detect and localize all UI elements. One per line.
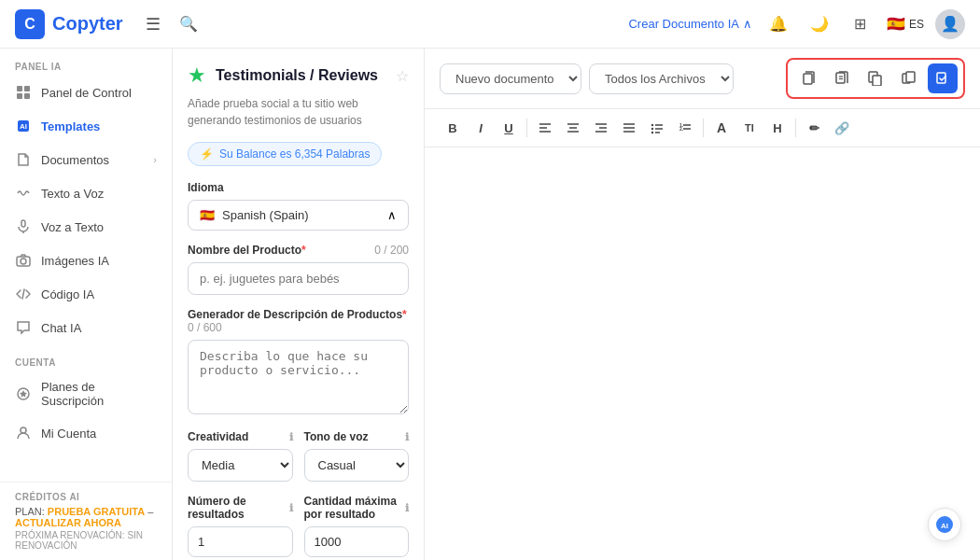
numero-group: Número de resultados ℹ xyxy=(188,495,293,557)
copy-multi-button[interactable] xyxy=(894,63,924,93)
numero-label-text: Número de resultados xyxy=(188,495,289,521)
sidebar-item-mi-cuenta[interactable]: Mi Cuenta xyxy=(0,416,172,450)
nombre-count: 0 / 200 xyxy=(374,244,409,257)
template-header: ★ Testimonials / Reviews ☆ xyxy=(188,63,409,88)
align-center-button[interactable] xyxy=(560,115,586,141)
sidebar-item-voz-a-texto[interactable]: Voz a Texto xyxy=(0,210,172,244)
files-dropdown[interactable]: Todos los Archivos xyxy=(589,63,734,94)
search-icon[interactable]: 🔍 xyxy=(175,11,202,36)
numero-input[interactable] xyxy=(188,526,293,557)
fullscreen-icon[interactable]: ⊞ xyxy=(846,9,875,39)
svg-point-33 xyxy=(651,124,653,126)
sidebar-item-templates[interactable]: AI Templates xyxy=(0,109,172,143)
font-size-button[interactable]: TI xyxy=(736,115,763,141)
cantidad-label-text: Cantidad máxima por resultado xyxy=(304,495,406,521)
logo-icon: C xyxy=(15,9,45,39)
svg-rect-17 xyxy=(873,76,881,86)
chevron-up-icon: ∧ xyxy=(387,208,397,222)
bold-button[interactable]: B xyxy=(440,115,466,141)
crear-documento-button[interactable]: Crear Documento IA ∧ xyxy=(628,17,752,31)
align-right-button[interactable] xyxy=(588,115,614,141)
toolbar-divider-2 xyxy=(703,119,704,137)
plan-free-link[interactable]: PRUEBA GRATUITA xyxy=(48,506,145,517)
documentos-label: Documentos xyxy=(41,153,144,167)
lang-selector[interactable]: 🇪🇸 Spanish (Spain) ∧ xyxy=(188,200,409,231)
favorite-icon[interactable]: ☆ xyxy=(396,67,409,85)
code-icon xyxy=(15,286,32,302)
flag-icon: 🇪🇸 xyxy=(887,15,905,33)
sidebar-item-documentos[interactable]: Documentos › xyxy=(0,143,172,176)
pen-button[interactable]: ✏ xyxy=(801,115,827,141)
formatting-toolbar: B I U 1.2. xyxy=(425,109,980,147)
lang-code: ES xyxy=(909,18,924,31)
language-selector[interactable]: 🇪🇸 ES xyxy=(887,15,924,33)
topnav: C Copyter ☰ 🔍 Crear Documento IA ∧ 🔔 🌙 ⊞… xyxy=(0,0,980,49)
tono-info-icon: ℹ xyxy=(405,431,409,443)
cuenta-label: CUENTA xyxy=(0,344,172,371)
generador-count: 0 / 600 xyxy=(188,321,222,334)
templates-label: Templates xyxy=(41,119,157,133)
documento-dropdown[interactable]: Nuevo documento xyxy=(440,63,581,94)
main-layout: PANEL IA Panel de Control AI Templates D… xyxy=(0,49,980,560)
ai-icon: AI xyxy=(15,118,32,134)
justify-button[interactable] xyxy=(616,115,642,141)
lightning-icon: ⚡ xyxy=(200,147,214,161)
copy-doc-button[interactable] xyxy=(827,63,857,93)
cantidad-input[interactable] xyxy=(304,526,410,557)
link-button[interactable]: 🔗 xyxy=(829,115,855,141)
heading-button[interactable]: H xyxy=(764,115,791,141)
ai-assistant-floating-button[interactable]: AI xyxy=(928,508,961,541)
credits-section: CRÉDITOS AI PLAN: PRUEBA GRATUITA – ACTU… xyxy=(0,482,172,560)
tono-group: Tono de voz ℹ Casual Formal Amigable xyxy=(304,430,410,482)
align-left-button[interactable] xyxy=(532,115,558,141)
editor-area[interactable]: AI xyxy=(425,147,980,560)
numbered-list-button[interactable]: 1.2. xyxy=(672,115,698,141)
sidebar-item-chat-ia[interactable]: Chat IA xyxy=(0,311,172,344)
chevron-right-icon: › xyxy=(153,154,157,165)
user-avatar[interactable]: 👤 xyxy=(935,9,965,39)
idioma-group: Idioma 🇪🇸 Spanish (Spain) ∧ xyxy=(188,181,409,231)
right-toolbar: Nuevo documento Todos los Archivos xyxy=(425,49,980,109)
spain-flag-icon: 🇪🇸 xyxy=(200,208,215,222)
upgrade-link[interactable]: ACTUALIZAR AHORA xyxy=(15,517,121,528)
planes-label: Planes de Suscripción xyxy=(41,380,157,408)
dark-mode-icon[interactable]: 🌙 xyxy=(805,9,834,39)
font-color-button[interactable]: A xyxy=(708,115,735,141)
bullet-list-button[interactable] xyxy=(644,115,670,141)
grid-icon xyxy=(15,84,32,101)
creatividad-select[interactable]: Media Baja Alta xyxy=(188,449,293,482)
copy-format-button[interactable] xyxy=(861,63,890,93)
sidebar-item-imagenes-ia[interactable]: Imágenes IA xyxy=(0,244,172,277)
generador-textarea[interactable] xyxy=(188,340,409,414)
creditos-label: CRÉDITOS AI xyxy=(15,492,157,502)
cantidad-info-icon: ℹ xyxy=(405,502,409,514)
underline-button[interactable]: U xyxy=(496,115,522,141)
nombre-required: * xyxy=(301,244,306,257)
sidebar-item-texto-a-voz[interactable]: Texto a Voz xyxy=(0,176,172,210)
creatividad-label-text: Creatividad xyxy=(188,430,248,443)
generador-label-text: Generador de Descripción de Productos xyxy=(188,308,402,321)
copy-icon-toolbar xyxy=(786,58,965,99)
notifications-icon[interactable]: 🔔 xyxy=(763,9,793,39)
template-description: Añade prueba social a tu sitio web gener… xyxy=(188,95,409,129)
hamburger-icon[interactable]: ☰ xyxy=(142,10,164,38)
sidebar-item-codigo-ia[interactable]: Código IA xyxy=(0,277,172,311)
svg-point-37 xyxy=(651,132,653,133)
svg-point-9 xyxy=(21,259,26,264)
creatividad-info-icon: ℹ xyxy=(289,431,293,443)
copy-plain-button[interactable] xyxy=(793,63,823,93)
svg-rect-6 xyxy=(21,220,25,227)
crear-label: Crear Documento IA xyxy=(628,17,739,31)
content-area: ★ Testimonials / Reviews ☆ Añade prueba … xyxy=(173,49,980,560)
sidebar-item-planes[interactable]: Planes de Suscripción xyxy=(0,371,172,416)
mi-cuenta-label: Mi Cuenta xyxy=(41,427,157,441)
sidebar: PANEL IA Panel de Control AI Templates D… xyxy=(0,49,173,560)
lang-selected-value: 🇪🇸 Spanish (Spain) xyxy=(200,208,309,222)
credits-plan: PLAN: PRUEBA GRATUITA – ACTUALIZAR AHORA xyxy=(15,506,157,528)
sidebar-item-panel-control[interactable]: Panel de Control xyxy=(0,76,172,109)
copy-active-button[interactable] xyxy=(928,63,958,93)
italic-button[interactable]: I xyxy=(468,115,494,141)
nombre-input[interactable] xyxy=(188,262,409,295)
tono-select[interactable]: Casual Formal Amigable xyxy=(304,449,410,482)
svg-rect-0 xyxy=(17,86,22,91)
